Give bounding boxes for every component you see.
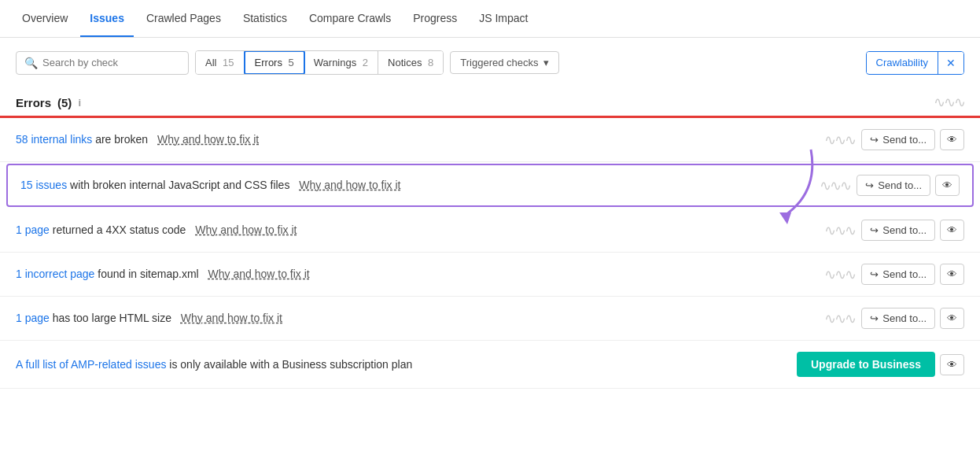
issue-row: 1 page has too large HTML size Why and h… (0, 297, 980, 341)
send-icon: ↪ (870, 134, 879, 146)
eye-button[interactable]: 👁 (935, 175, 960, 196)
send-to-button[interactable]: ↪ Send to... (857, 175, 930, 196)
filter-warnings[interactable]: Warnings 2 (304, 51, 378, 74)
send-to-button[interactable]: ↪ Send to... (861, 308, 935, 329)
upgrade-actions: Upgrade to Business 👁 (797, 352, 964, 377)
issue-row: 1 incorrect page found in sitemap.xml Wh… (0, 253, 980, 297)
upgrade-text: A full list of AMP-related issues is onl… (16, 356, 790, 373)
issue-actions: ↪ Send to... 👁 (861, 308, 964, 329)
eye-icon: 👁 (947, 312, 957, 324)
eye-icon: 👁 (942, 179, 952, 191)
eye-icon: 👁 (947, 134, 957, 146)
section-count: (5) (57, 96, 72, 109)
issue-link[interactable]: 58 internal links (16, 133, 92, 146)
mini-chart: ∿∿∿ (824, 131, 855, 149)
upgrade-row: A full list of AMP-related issues is onl… (0, 341, 980, 389)
issue-text: 1 incorrect page found in sitemap.xml Wh… (16, 266, 818, 283)
nav-statistics[interactable]: Statistics (234, 1, 297, 37)
issue-text: 15 issues with broken internal JavaScrip… (20, 177, 813, 194)
send-icon: ↪ (870, 312, 879, 324)
issue-actions: ↪ Send to... 👁 (861, 220, 964, 241)
fix-link[interactable]: Why and how to fix it (195, 223, 297, 236)
nav-progress[interactable]: Progress (403, 1, 466, 37)
issue-row: 58 internal links are broken Why and how… (0, 118, 980, 162)
fix-link[interactable]: Why and how to fix it (208, 268, 310, 280)
toolbar: 🔍 All 15 Errors 5 Warnings 2 Notices 8 T… (0, 38, 980, 87)
amp-issues-link[interactable]: A full list of AMP-related issues (16, 358, 166, 371)
nav-js-impact[interactable]: JS Impact (470, 1, 537, 37)
nav-crawled-pages[interactable]: Crawled Pages (137, 1, 230, 37)
issue-actions: ↪ Send to... 👁 (861, 129, 964, 150)
eye-button[interactable]: 👁 (940, 308, 964, 329)
search-box: 🔍 (16, 51, 189, 75)
issue-row-highlighted: 15 issues with broken internal JavaScrip… (6, 164, 974, 207)
triggered-checks-dropdown[interactable]: Triggered checks ▾ (450, 51, 558, 74)
filter-all[interactable]: All 15 (196, 51, 245, 74)
crawlability-label: Crawlability (867, 52, 938, 73)
errors-section-header: Errors (5) i ∿∿∿ (0, 87, 980, 118)
mini-chart-header: ∿∿∿ (934, 94, 964, 111)
upgrade-button[interactable]: Upgrade to Business (797, 352, 935, 377)
eye-icon: 👁 (947, 359, 957, 371)
main-nav: Overview Issues Crawled Pages Statistics… (0, 0, 980, 38)
crawlability-filter: Crawlability ✕ (866, 51, 964, 75)
send-to-button[interactable]: ↪ Send to... (861, 264, 935, 285)
mini-chart: ∿∿∿ (820, 177, 850, 194)
section-title: Errors (5) i (16, 96, 81, 109)
nav-compare-crawls[interactable]: Compare Crawls (300, 1, 400, 37)
issue-text: 1 page has too large HTML size Why and h… (16, 310, 818, 327)
nav-overview[interactable]: Overview (13, 1, 77, 37)
eye-button[interactable]: 👁 (940, 354, 964, 375)
info-icon[interactable]: i (78, 97, 81, 109)
search-input[interactable] (42, 57, 180, 68)
send-icon: ↪ (865, 179, 874, 191)
fix-link[interactable]: Why and how to fix it (299, 179, 400, 191)
issue-link[interactable]: 1 page (16, 312, 50, 324)
fix-link[interactable]: Why and how to fix it (181, 312, 282, 324)
issue-link[interactable]: 15 issues (20, 179, 67, 191)
mini-chart: ∿∿∿ (824, 310, 855, 327)
crawlability-close-button[interactable]: ✕ (938, 52, 963, 74)
eye-button[interactable]: 👁 (940, 264, 964, 285)
issue-actions: ↪ Send to... 👁 (861, 264, 964, 285)
fix-link[interactable]: Why and how to fix it (157, 133, 259, 146)
send-icon: ↪ (870, 224, 879, 236)
mini-chart: ∿∿∿ (824, 222, 855, 239)
chevron-down-icon: ▾ (543, 57, 549, 68)
issue-link[interactable]: 1 page (16, 223, 50, 236)
issue-link[interactable]: 1 incorrect page (16, 268, 94, 280)
eye-icon: 👁 (947, 224, 957, 236)
send-icon: ↪ (870, 268, 879, 280)
issues-list: 58 internal links are broken Why and how… (0, 118, 980, 389)
nav-issues[interactable]: Issues (80, 1, 134, 37)
filter-group: All 15 Errors 5 Warnings 2 Notices 8 (195, 50, 444, 75)
mini-chart: ∿∿∿ (824, 266, 855, 283)
issue-text: 1 page returned a 4XX status code Why an… (16, 222, 818, 238)
search-icon: 🔍 (24, 57, 38, 69)
issue-actions: ↪ Send to... 👁 (857, 175, 960, 196)
filter-errors[interactable]: Errors 5 (244, 50, 305, 75)
filter-notices[interactable]: Notices 8 (378, 51, 443, 74)
eye-button[interactable]: 👁 (940, 220, 964, 241)
send-to-button[interactable]: ↪ Send to... (861, 220, 935, 241)
issue-row: 1 page returned a 4XX status code Why an… (0, 209, 980, 253)
section-title-text: Errors (16, 96, 51, 109)
issue-text: 58 internal links are broken Why and how… (16, 131, 818, 148)
eye-button[interactable]: 👁 (940, 129, 964, 150)
eye-icon: 👁 (947, 268, 957, 280)
send-to-button[interactable]: ↪ Send to... (861, 129, 935, 150)
